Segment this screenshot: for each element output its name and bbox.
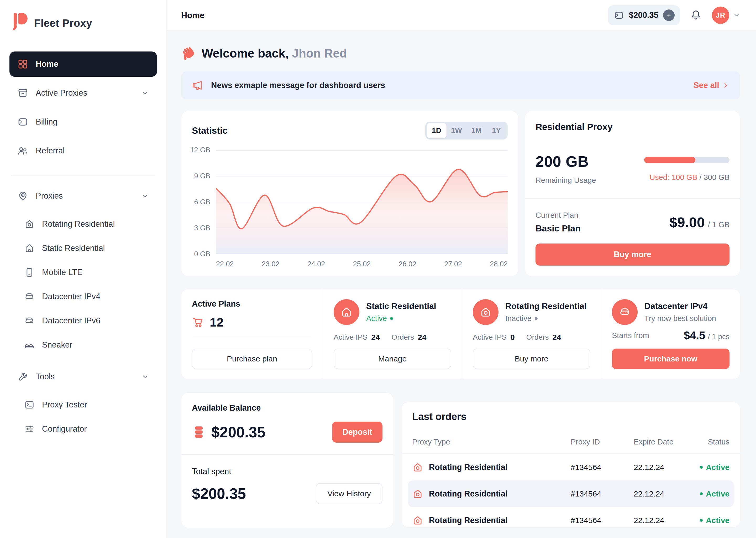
news-message: News exmaple message for dashboard users: [211, 81, 385, 90]
users-icon: [17, 145, 28, 156]
welcome-prefix: Welcome back,: [202, 46, 289, 60]
x-tick-label: 25.02: [353, 260, 371, 268]
sidebar-item-label: Static Residential: [42, 243, 149, 253]
sidebar-item-home[interactable]: Home: [10, 51, 157, 77]
plan-title: Rotating Residential: [505, 301, 587, 311]
range-1w-button[interactable]: 1W: [447, 123, 466, 138]
sidebar-item-datacenter-ipv4[interactable]: Datacenter IPv4: [10, 285, 157, 308]
sidebar-item-label: Datacenter IPv6: [42, 316, 149, 325]
order-id: #134564: [571, 516, 634, 525]
datacenter-ipv4-offer: Datacenter IPv4 Try now best solution St…: [601, 289, 740, 379]
welcome-user-name: Jhon Red: [292, 46, 347, 60]
house-circle-icon: [412, 515, 423, 526]
wallet-balance-pill[interactable]: $200.35: [608, 5, 680, 25]
sidebar-item-mobile-lte[interactable]: Mobile LTE: [10, 261, 157, 284]
manage-button[interactable]: Manage: [334, 349, 451, 369]
chevron-down-icon: [733, 12, 740, 19]
sidebar-item-rotating-residential[interactable]: Rotating Residential: [10, 212, 157, 236]
sidebar-item-label: Sneaker: [42, 340, 149, 350]
table-row[interactable]: Rotating Residential #134564 22.12.24 Ac…: [408, 454, 734, 480]
range-1d-button[interactable]: 1D: [427, 123, 447, 138]
balance-card: Available Balance $200.35 Deposit Total …: [181, 393, 393, 528]
chart-area-fill: [216, 169, 508, 254]
orders-table: Proxy Type Proxy ID Expire Date Status R…: [412, 430, 730, 534]
drive-icon: [24, 291, 35, 302]
wallet-icon: [17, 116, 28, 128]
active-plans-summary: Active Plans 12 Purchase plan: [181, 289, 323, 379]
sidebar-nav: Home Active Proxies Billing Referral Pro…: [10, 51, 157, 441]
house-circle-icon: [473, 299, 498, 325]
waving-hand-icon: [182, 46, 195, 60]
sidebar-section-tools[interactable]: Tools: [10, 364, 157, 389]
chart-x-axis: 22.0223.0224.0225.0226.0227.0228.02: [216, 254, 508, 268]
column-status: Status: [690, 438, 730, 446]
range-segmented-control: 1D 1W 1M 1Y: [425, 122, 508, 139]
house-circle-icon: [412, 462, 423, 473]
sidebar-item-label: Referral: [36, 146, 149, 155]
see-all-label: See all: [693, 81, 719, 90]
order-expire-date: 22.12.24: [634, 489, 690, 498]
drive-icon: [24, 315, 35, 326]
table-row[interactable]: Rotating Residential #134564 22.12.24 Ac…: [408, 480, 734, 507]
table-row[interactable]: Rotating Residential #134564 22.12.24 Ac…: [408, 507, 734, 534]
active-plans-card: Active Plans 12 Purchase plan Static Res…: [181, 289, 740, 379]
sidebar-item-active-proxies[interactable]: Active Proxies: [10, 81, 157, 106]
sidebar-item-billing[interactable]: Billing: [10, 109, 157, 134]
house-icon: [334, 299, 359, 325]
active-ips-stat: Active IPS0: [473, 333, 515, 342]
sidebar-section-proxies[interactable]: Proxies: [10, 183, 157, 209]
add-funds-button[interactable]: [663, 10, 675, 21]
current-plan-name: Basic Plan: [536, 223, 581, 234]
bell-icon[interactable]: [690, 9, 702, 21]
wallet-icon: [614, 10, 624, 21]
card-divider: [181, 454, 393, 455]
status-dot: [535, 317, 538, 320]
chart-y-axis: 12 GB9 GB6 GB3 GB0 GB: [192, 150, 216, 254]
page-title: Home: [181, 11, 205, 20]
column-expire-date: Expire Date: [634, 438, 690, 446]
sidebar-item-referral[interactable]: Referral: [10, 138, 157, 163]
purchase-now-button[interactable]: Purchase now: [612, 349, 730, 369]
sidebar-item-label: Mobile LTE: [42, 268, 149, 277]
used-value: Used: 100 GB: [649, 173, 697, 182]
range-1y-button[interactable]: 1Y: [487, 123, 506, 138]
status-label: Inactive: [505, 314, 532, 323]
buy-more-button[interactable]: Buy more: [536, 243, 730, 266]
sidebar-item-label: Billing: [36, 117, 149, 127]
order-expire-date: 22.12.24: [634, 516, 690, 525]
order-id: #134564: [571, 463, 634, 472]
x-tick-label: 28.02: [490, 260, 508, 268]
card-divider: [525, 198, 740, 199]
buy-more-button[interactable]: Buy more: [473, 349, 591, 369]
see-all-link[interactable]: See all: [693, 81, 730, 90]
plan-price-unit: / 1 GB: [708, 220, 730, 229]
total-spent-label: Total spent: [192, 467, 382, 476]
deposit-button[interactable]: Deposit: [332, 422, 382, 443]
y-tick-label: 3 GB: [194, 224, 210, 232]
order-type: Rotating Residential: [429, 462, 508, 472]
statistic-card: Statistic 1D 1W 1M 1Y 12 GB9 GB6 GB3 GB0…: [181, 111, 518, 276]
sidebar-item-sneaker[interactable]: Sneaker: [10, 333, 157, 357]
sidebar-item-label: Datacenter IPv4: [42, 292, 149, 301]
sidebar-section-label: Proxies: [36, 191, 134, 201]
sidebar-item-label: Configurator: [42, 424, 149, 434]
section-divider: [192, 337, 312, 337]
status-label: Active: [366, 314, 387, 323]
status-dot: [700, 492, 703, 495]
y-tick-label: 9 GB: [194, 172, 210, 180]
sidebar-item-proxy-tester[interactable]: Proxy Tester: [10, 393, 157, 417]
sidebar-item-label: Home: [36, 59, 149, 69]
user-menu[interactable]: JR: [712, 7, 740, 24]
y-tick-label: 6 GB: [194, 198, 210, 206]
plan-status: Inactive: [505, 314, 587, 323]
sidebar-item-static-residential[interactable]: Static Residential: [10, 237, 157, 260]
rotating-residential-plan: Rotating Residential Inactive Active IPS…: [462, 289, 601, 379]
sidebar-item-configurator[interactable]: Configurator: [10, 417, 157, 441]
total-spent-amount: $200.35: [192, 485, 246, 502]
range-1m-button[interactable]: 1M: [466, 123, 487, 138]
chevron-down-icon: [141, 373, 149, 381]
pin-icon: [17, 190, 28, 201]
sidebar-item-datacenter-ipv6[interactable]: Datacenter IPv6: [10, 309, 157, 333]
view-history-button[interactable]: View History: [316, 483, 382, 504]
purchase-plan-button[interactable]: Purchase plan: [192, 349, 312, 369]
